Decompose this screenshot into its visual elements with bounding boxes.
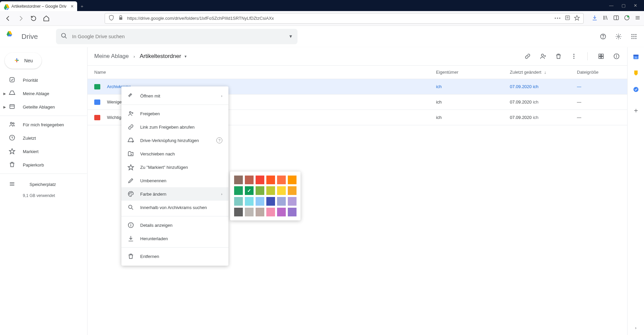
color-swatch[interactable]: [256, 186, 264, 195]
color-swatch[interactable]: [245, 186, 254, 195]
color-swatch[interactable]: [266, 186, 275, 195]
browser-toolbar: https://drive.google.com/drive/folders/1…: [0, 11, 644, 26]
color-swatch[interactable]: [288, 197, 297, 206]
column-owner[interactable]: Eigentümer: [436, 70, 510, 75]
reader-icon[interactable]: [565, 15, 571, 22]
color-swatch[interactable]: [277, 197, 286, 206]
collapse-panel-icon[interactable]: ›: [635, 325, 636, 330]
sidebar-item-recent[interactable]: Zuletzt: [0, 131, 87, 145]
account-icon[interactable]: [624, 15, 630, 22]
column-size[interactable]: Dateigröße: [577, 70, 621, 75]
sidebar-item-shared-drives[interactable]: ▶ Geteilte Ablagen: [0, 100, 87, 114]
context-search-within[interactable]: Innerhalb von Archivkrams suchen: [121, 201, 228, 214]
sidebar-item-label: Papierkorb: [23, 162, 44, 168]
chevron-down-icon[interactable]: ▼: [184, 55, 187, 58]
context-download[interactable]: Herunterladen: [121, 232, 228, 245]
context-remove[interactable]: Entfernen: [121, 250, 228, 263]
grid-view-icon[interactable]: [597, 52, 605, 60]
window-close-icon[interactable]: ✕: [634, 3, 637, 8]
add-addon-icon[interactable]: ＋: [633, 106, 639, 115]
color-swatch[interactable]: [234, 208, 243, 216]
folder-icon: [94, 84, 100, 89]
calendar-icon[interactable]: 31: [633, 53, 639, 61]
add-person-icon[interactable]: [539, 52, 547, 60]
context-move-to[interactable]: Verschieben nach: [121, 147, 228, 160]
reload-button[interactable]: [29, 14, 38, 23]
context-add-starred[interactable]: Zu "Markiert" hinzufügen: [121, 160, 228, 174]
new-tab-button[interactable]: ＋: [77, 1, 87, 11]
color-swatch[interactable]: [245, 197, 254, 206]
column-name[interactable]: Name: [94, 70, 436, 75]
tasks-icon[interactable]: [633, 86, 639, 94]
close-tab-icon[interactable]: ✕: [70, 4, 74, 9]
color-swatch[interactable]: [234, 176, 243, 184]
sidebar-item-my-drive[interactable]: ▶ Meine Ablage: [0, 87, 87, 100]
url-bar[interactable]: https://drive.google.com/drive/folders/1…: [105, 13, 584, 24]
keep-icon[interactable]: [633, 70, 639, 77]
delete-icon[interactable]: [554, 52, 562, 60]
color-swatch[interactable]: [234, 197, 243, 206]
lock-icon: [118, 15, 124, 22]
meatball-icon[interactable]: •••: [554, 16, 561, 21]
color-swatch[interactable]: [277, 208, 286, 216]
color-swatch[interactable]: [256, 176, 264, 184]
sidebar-item-label: Für mich freigegeben: [23, 122, 64, 127]
back-button[interactable]: [3, 14, 13, 23]
breadcrumb-current[interactable]: Artikeltestordner: [140, 53, 181, 60]
color-swatch[interactable]: [277, 186, 286, 195]
context-add-shortcut[interactable]: Drive-Verknüpfung hinzufügen ?: [121, 134, 228, 147]
sidebar-item-starred[interactable]: Markiert: [0, 145, 87, 158]
get-link-icon[interactable]: [524, 52, 532, 60]
breadcrumb-root[interactable]: Meine Ablage: [94, 53, 129, 60]
drive-logo[interactable]: Drive: [6, 30, 38, 43]
context-rename[interactable]: Umbenennen: [121, 174, 228, 187]
color-swatch[interactable]: [288, 208, 297, 216]
new-button[interactable]: Neu: [5, 53, 42, 69]
help-icon[interactable]: [599, 32, 607, 41]
apps-grid-icon[interactable]: [630, 32, 638, 41]
downloads-icon[interactable]: [592, 15, 598, 22]
expand-caret-icon[interactable]: ▶: [3, 105, 6, 109]
sidebar-item-storage[interactable]: Speicherplatz: [0, 176, 87, 189]
bookmark-star-icon[interactable]: [574, 15, 580, 22]
search-options-icon[interactable]: ▼: [288, 34, 293, 39]
column-modified[interactable]: Zuletzt geändert ↓: [510, 70, 577, 75]
color-swatch[interactable]: [234, 186, 243, 195]
context-change-color[interactable]: Farbe ändern ›: [121, 187, 228, 201]
expand-caret-icon[interactable]: ▶: [3, 92, 6, 95]
window-maximize-icon[interactable]: ▢: [622, 3, 626, 8]
forward-button[interactable]: [16, 14, 25, 23]
color-swatch[interactable]: [256, 197, 264, 206]
browser-tab[interactable]: Artikeltestordner – Google Driv ✕: [0, 1, 77, 11]
search-bar[interactable]: ▼: [56, 29, 298, 44]
menu-icon[interactable]: [635, 15, 641, 22]
info-icon[interactable]: [612, 52, 621, 60]
sidebar-toggle-icon[interactable]: [613, 15, 619, 22]
context-share[interactable]: Freigeben: [121, 107, 228, 120]
color-swatch[interactable]: [266, 208, 275, 216]
home-button[interactable]: [42, 14, 51, 23]
context-open-with[interactable]: Öffnen mit ›: [121, 89, 228, 103]
color-swatch[interactable]: [245, 208, 254, 216]
color-swatch[interactable]: [288, 176, 297, 184]
search-input[interactable]: [72, 34, 284, 39]
svg-line-79: [132, 208, 133, 210]
context-view-details[interactable]: Details anzeigen: [121, 218, 228, 232]
sidebar-item-shared-with-me[interactable]: Für mich freigegeben: [0, 118, 87, 131]
color-swatch[interactable]: [277, 176, 286, 184]
svg-point-54: [573, 54, 574, 55]
sidebar-item-priority[interactable]: Priorität: [0, 73, 87, 87]
menu-separator: [121, 247, 228, 248]
window-minimize-icon[interactable]: —: [609, 3, 613, 8]
context-get-link[interactable]: Link zum Freigeben abrufen: [121, 120, 228, 134]
help-icon[interactable]: ?: [216, 137, 222, 143]
color-swatch[interactable]: [288, 186, 297, 195]
sidebar-item-trash[interactable]: Papierkorb: [0, 158, 87, 172]
gear-icon[interactable]: [614, 32, 623, 41]
color-swatch[interactable]: [266, 176, 275, 184]
color-swatch[interactable]: [266, 197, 275, 206]
color-swatch[interactable]: [256, 208, 264, 216]
color-swatch[interactable]: [245, 176, 254, 184]
kebab-menu-icon[interactable]: [570, 52, 578, 60]
library-icon[interactable]: [602, 15, 608, 22]
